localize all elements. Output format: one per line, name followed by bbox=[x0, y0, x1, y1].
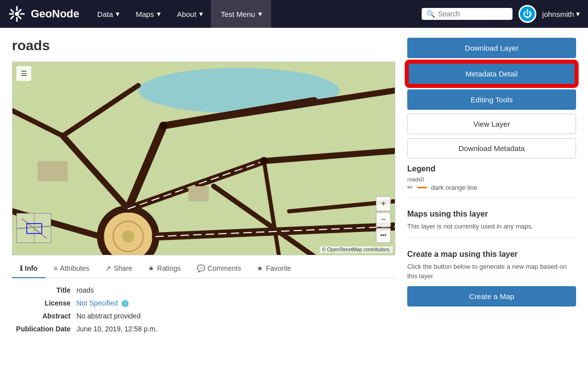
tab-attributes[interactable]: ≡ Attributes bbox=[46, 259, 97, 278]
info-abstract-row: Abstract No abstract provided bbox=[12, 312, 395, 320]
svg-point-30 bbox=[159, 122, 167, 130]
chevron-down-icon: ▾ bbox=[576, 9, 580, 18]
create-map-title: Create a map using this layer bbox=[407, 250, 576, 259]
hamburger-icon: ☰ bbox=[21, 70, 27, 78]
title-label: Title bbox=[12, 286, 76, 294]
chevron-down-icon: ▾ bbox=[116, 9, 120, 18]
svg-rect-33 bbox=[189, 186, 209, 201]
download-layer-button[interactable]: Download Layer bbox=[407, 38, 576, 58]
zoom-in-button[interactable]: + bbox=[376, 196, 391, 211]
search-icon: 🔍 bbox=[427, 10, 435, 18]
svg-rect-7 bbox=[10, 15, 14, 19]
nav-menu: Data ▾ Maps ▾ About ▾ Test Menu ▾ bbox=[89, 0, 422, 28]
svg-rect-5 bbox=[10, 8, 14, 13]
username-display[interactable]: johnsmith ▾ bbox=[542, 9, 580, 18]
maps-using-note: This layer is not currently used in any … bbox=[407, 222, 576, 232]
svg-rect-4 bbox=[20, 13, 25, 15]
map-visual bbox=[12, 62, 395, 255]
maps-using-title: Maps using this layer bbox=[407, 210, 576, 219]
chevron-down-icon: ▾ bbox=[258, 9, 262, 18]
legend-line-label: dark orange line bbox=[431, 184, 477, 191]
map-zoom-controls: + − ••• bbox=[376, 196, 391, 243]
avatar[interactable]: ⏻ bbox=[518, 5, 536, 23]
tab-attributes-label: Attributes bbox=[60, 264, 89, 272]
svg-point-31 bbox=[122, 231, 134, 242]
chevron-down-icon: ▾ bbox=[199, 9, 203, 18]
map-minimap bbox=[16, 213, 51, 243]
map-options-button[interactable]: ••• bbox=[376, 228, 391, 243]
svg-rect-6 bbox=[17, 8, 22, 13]
page-title: roads bbox=[12, 38, 395, 54]
logo-link[interactable]: GeoNode bbox=[8, 5, 79, 23]
tab-share[interactable]: ↗ Share bbox=[97, 259, 140, 278]
nav-item-maps[interactable]: Maps ▾ bbox=[128, 0, 169, 28]
info-title-row: Title roads bbox=[12, 286, 395, 294]
svg-point-29 bbox=[260, 157, 268, 165]
navbar: GeoNode Data ▾ Maps ▾ About ▾ Test Menu … bbox=[0, 0, 588, 28]
comment-icon: 💬 bbox=[197, 264, 205, 272]
create-map-section: Create a map using this layer Click the … bbox=[407, 237, 576, 307]
svg-rect-32 bbox=[38, 161, 68, 181]
page-container: roads bbox=[0, 28, 588, 356]
legend-item: ✏ dark orange line bbox=[407, 183, 576, 191]
tab-comments[interactable]: 💬 Comments bbox=[189, 259, 249, 278]
tab-favorite-label: Favorite bbox=[266, 264, 291, 272]
search-box[interactable]: 🔍 bbox=[422, 8, 513, 20]
search-input[interactable] bbox=[438, 10, 508, 18]
tab-share-label: Share bbox=[114, 264, 132, 272]
left-column: roads bbox=[12, 38, 395, 346]
share-icon: ↗ bbox=[105, 264, 111, 272]
svg-rect-3 bbox=[9, 13, 14, 15]
svg-rect-2 bbox=[16, 17, 18, 22]
tab-favorite[interactable]: ★ Favorite bbox=[249, 259, 299, 278]
minimap-visual bbox=[17, 214, 51, 243]
create-map-button[interactable]: Create a Map bbox=[407, 286, 576, 307]
license-label: License bbox=[12, 299, 76, 307]
map-menu-button[interactable]: ☰ bbox=[16, 66, 31, 81]
abstract-label: Abstract bbox=[12, 312, 76, 320]
tab-ratings-label: Ratings bbox=[157, 264, 180, 272]
chevron-down-icon: ▾ bbox=[157, 9, 161, 18]
tabs-bar: ℹ Info ≡ Attributes ↗ Share ★ Ratings 💬 … bbox=[12, 259, 395, 278]
test-menu-label: Test Menu bbox=[220, 10, 255, 18]
info-icon: ℹ bbox=[20, 264, 22, 272]
zoom-out-button[interactable]: − bbox=[376, 212, 391, 227]
nav-item-about[interactable]: About ▾ bbox=[169, 0, 211, 28]
tab-info-label: Info bbox=[25, 264, 38, 272]
logo-icon bbox=[8, 5, 26, 23]
maps-using-section: Maps using this layer This layer is not … bbox=[407, 197, 576, 232]
info-license-row: License Not Specified i bbox=[12, 299, 395, 307]
info-panel: Title roads License Not Specified i Abst… bbox=[12, 278, 395, 346]
pubdate-label: Publication Date bbox=[12, 325, 76, 333]
nav-right: 🔍 ⏻ johnsmith ▾ bbox=[422, 5, 580, 23]
abstract-value: No abstract provided bbox=[76, 312, 141, 320]
star-icon: ★ bbox=[148, 264, 154, 272]
tab-comments-label: Comments bbox=[208, 264, 241, 272]
info-pubdate-row: Publication Date June 10, 2019, 12:58 p.… bbox=[12, 325, 395, 333]
favorite-star-icon: ★ bbox=[257, 264, 263, 272]
list-icon: ≡ bbox=[54, 264, 58, 272]
nav-test-menu[interactable]: Test Menu ▾ bbox=[212, 0, 271, 28]
editing-tools-button[interactable]: Editing Tools bbox=[407, 89, 576, 110]
metadata-detail-button[interactable]: Metadata Detail bbox=[407, 62, 576, 85]
create-map-note: Click the button below to generate a new… bbox=[407, 262, 576, 281]
view-layer-button[interactable]: View Layer bbox=[407, 114, 576, 134]
license-link[interactable]: Not Specified bbox=[76, 299, 118, 307]
legend-title: Legend bbox=[407, 164, 576, 173]
nav-item-data[interactable]: Data ▾ bbox=[89, 0, 128, 28]
svg-rect-8 bbox=[17, 15, 22, 19]
title-value: roads bbox=[76, 286, 94, 294]
download-metadata-button[interactable]: Download Metadata bbox=[407, 138, 576, 158]
right-column: Download Layer Metadata Detail Editing T… bbox=[407, 38, 576, 346]
legend-section: Legend roads0 ✏ dark orange line bbox=[407, 164, 576, 191]
info-circle-icon: i bbox=[122, 300, 129, 307]
legend-line-swatch bbox=[417, 187, 427, 188]
map-container[interactable]: ☰ + − ••• © OpenStreetMap contributors. bbox=[12, 62, 395, 255]
tab-info[interactable]: ℹ Info bbox=[12, 259, 46, 278]
pubdate-value: June 10, 2019, 12:58 p.m. bbox=[76, 325, 157, 333]
legend-sublabel: roads0 bbox=[407, 176, 576, 182]
tab-ratings[interactable]: ★ Ratings bbox=[140, 259, 188, 278]
nav-maps-label: Maps bbox=[136, 10, 154, 18]
license-value: Not Specified i bbox=[76, 299, 129, 307]
nav-data-label: Data bbox=[97, 10, 113, 18]
